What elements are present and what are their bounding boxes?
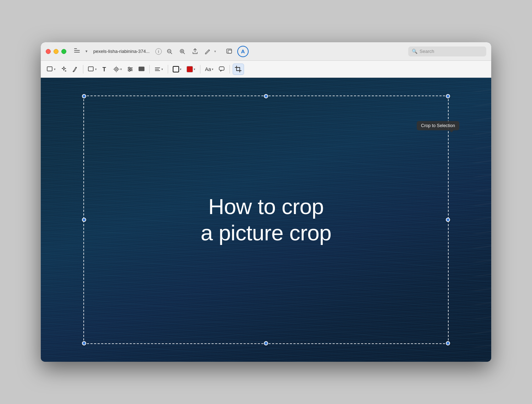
svg-point-23 [129, 70, 130, 71]
traffic-lights [46, 49, 66, 54]
search-bar[interactable]: 🔍 Search [408, 47, 486, 56]
shape-tool-button[interactable]: ▾ [86, 64, 99, 75]
stroke-color-button[interactable]: ▾ [171, 64, 183, 75]
handle-top-left[interactable] [82, 94, 86, 98]
align-button[interactable]: ▾ [153, 64, 165, 75]
crop-tool-button[interactable] [233, 64, 244, 75]
close-button[interactable] [46, 49, 51, 54]
window-button[interactable] [225, 47, 234, 56]
font-chevron-icon: ▾ [212, 67, 214, 71]
separator-5 [229, 65, 230, 73]
auto-select-button[interactable] [59, 64, 69, 75]
handle-bottom-middle[interactable] [264, 341, 268, 345]
document-title: pexels-lisha-riabinina-374... [93, 49, 150, 54]
app-window: ▾ pexels-lisha-riabinina-374... i [41, 42, 491, 362]
sidebar-toggle-button[interactable] [74, 48, 83, 55]
toolbar: ▾ ▾ T [41, 61, 491, 78]
handle-bottom-left[interactable] [82, 341, 86, 345]
handle-top-right[interactable] [446, 94, 450, 98]
handle-middle-left[interactable] [82, 218, 86, 222]
fill-chevron-icon: ▾ [194, 67, 195, 71]
fullscreen-button[interactable] [61, 49, 66, 54]
svg-point-13 [116, 69, 117, 70]
tooltip-text: Crop to Selection [421, 123, 455, 128]
separator-1 [83, 65, 83, 73]
shape-chevron-icon: ▾ [95, 67, 97, 71]
stroke-swatch [173, 66, 179, 72]
share-button[interactable] [190, 47, 200, 56]
info-button[interactable]: i [155, 48, 162, 55]
stroke-chevron-icon: ▾ [180, 67, 182, 71]
svg-rect-8 [228, 50, 232, 53]
align-chevron-icon: ▾ [161, 67, 163, 71]
handle-bottom-right[interactable] [446, 341, 450, 345]
canvas-text-line1: How to crop [201, 193, 332, 220]
font-button[interactable]: Aa ▾ [203, 64, 215, 75]
fill-color-swatch [187, 66, 193, 72]
minimize-button[interactable] [54, 49, 59, 54]
search-placeholder: Search [420, 49, 434, 54]
svg-point-22 [130, 69, 132, 70]
svg-point-21 [128, 67, 130, 69]
canvas-area: How to crop a picture crop Crop to Selec… [41, 78, 491, 362]
text-tool-button[interactable]: T [100, 64, 110, 75]
separator-4 [200, 65, 200, 73]
search-icon: 🔍 [412, 49, 417, 54]
svg-rect-24 [139, 67, 144, 71]
selection-box [83, 95, 449, 344]
font-label: Aa [205, 66, 211, 72]
caption-button[interactable] [217, 64, 227, 75]
svg-rect-28 [219, 67, 224, 70]
fill-color-button[interactable]: ▾ [185, 64, 197, 75]
separator-3 [168, 65, 168, 73]
titlebar: ▾ pexels-lisha-riabinina-374... i [41, 42, 491, 61]
svg-text:T: T [102, 66, 106, 72]
svg-line-1 [171, 53, 172, 54]
sidebar-chevron-icon: ▾ [85, 49, 88, 54]
embed-tool-button[interactable] [137, 64, 146, 75]
crop-to-selection-tooltip: Crop to Selection [417, 121, 459, 130]
selection-tool-button[interactable]: ▾ [45, 64, 57, 75]
markup-button[interactable] [203, 47, 213, 56]
handle-middle-right[interactable] [446, 218, 450, 222]
svg-point-12 [115, 67, 118, 71]
handle-top-middle[interactable] [264, 94, 268, 98]
canvas-overlay-text: How to crop a picture crop [201, 193, 332, 246]
stamp-tool-button[interactable]: ▾ [111, 64, 124, 75]
selection-tool-chevron-icon: ▾ [54, 67, 56, 71]
adjust-tool-button[interactable] [125, 64, 135, 75]
canvas-text-line2: a picture crop [201, 220, 332, 246]
svg-line-4 [183, 53, 185, 54]
markup-chevron-icon[interactable]: ▾ [214, 49, 216, 53]
sketch-tool-button[interactable] [70, 64, 80, 75]
stamp-chevron-icon: ▾ [120, 67, 122, 71]
zoom-out-button[interactable] [165, 47, 174, 56]
svg-rect-10 [88, 67, 93, 71]
separator-2 [149, 65, 150, 73]
zoom-in-button[interactable] [177, 47, 187, 56]
accessibility-button[interactable]: A [237, 46, 249, 57]
svg-rect-9 [47, 67, 52, 71]
